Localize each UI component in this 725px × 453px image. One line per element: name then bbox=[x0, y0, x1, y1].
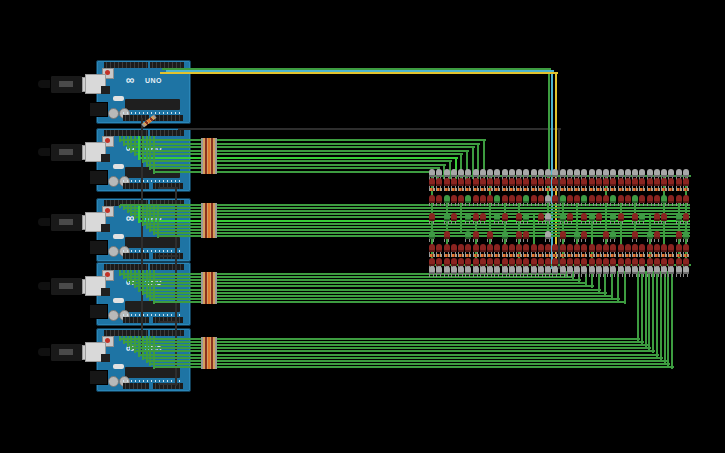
led-red[interactable] bbox=[560, 258, 566, 266]
led-red[interactable] bbox=[676, 231, 682, 239]
led-green[interactable] bbox=[683, 231, 689, 239]
resistor[interactable] bbox=[567, 254, 573, 257]
jumper-wire[interactable] bbox=[157, 206, 159, 238]
resistor[interactable] bbox=[560, 254, 566, 257]
led-red[interactable] bbox=[436, 244, 442, 252]
led-gray[interactable] bbox=[661, 266, 667, 274]
resistor[interactable] bbox=[618, 254, 624, 257]
resistor[interactable] bbox=[523, 254, 529, 257]
resistor[interactable] bbox=[451, 254, 457, 257]
led-green[interactable] bbox=[523, 195, 529, 203]
led-red[interactable] bbox=[647, 258, 653, 266]
jumper-wire[interactable] bbox=[147, 360, 667, 362]
power-pin-header[interactable] bbox=[123, 317, 149, 323]
jumper-wire[interactable] bbox=[142, 136, 144, 163]
jumper-wire[interactable] bbox=[153, 206, 155, 235]
resistor[interactable] bbox=[487, 188, 493, 191]
led-gray[interactable] bbox=[683, 266, 689, 274]
jumper-wire[interactable] bbox=[656, 271, 658, 357]
led-gray[interactable] bbox=[603, 169, 609, 177]
hookup-wire[interactable] bbox=[178, 128, 561, 130]
led-gray[interactable] bbox=[567, 266, 573, 274]
jumper-wire[interactable] bbox=[128, 279, 581, 281]
jumper-wire[interactable] bbox=[131, 282, 587, 284]
led-gray[interactable] bbox=[654, 266, 660, 274]
resistor[interactable] bbox=[581, 188, 587, 191]
led-red[interactable] bbox=[494, 258, 500, 266]
led-red[interactable] bbox=[618, 213, 624, 221]
led-red[interactable] bbox=[545, 258, 551, 266]
led-red[interactable] bbox=[676, 178, 682, 186]
led-gray[interactable] bbox=[639, 169, 645, 177]
led-red[interactable] bbox=[451, 258, 457, 266]
led-red[interactable] bbox=[625, 195, 631, 203]
led-red[interactable] bbox=[661, 213, 667, 221]
jumper-wire[interactable] bbox=[150, 363, 670, 365]
led-gray[interactable] bbox=[668, 266, 674, 274]
led-green[interactable] bbox=[676, 213, 682, 221]
led-red[interactable] bbox=[581, 231, 587, 239]
led-green[interactable] bbox=[647, 231, 653, 239]
led-gray[interactable] bbox=[465, 169, 471, 177]
led-red[interactable] bbox=[654, 195, 660, 203]
led-red[interactable] bbox=[596, 213, 602, 221]
led-red[interactable] bbox=[509, 178, 515, 186]
led-red[interactable] bbox=[480, 195, 486, 203]
led-green[interactable] bbox=[429, 231, 435, 239]
hookup-wire[interactable] bbox=[158, 255, 178, 257]
led-gray[interactable] bbox=[480, 266, 486, 274]
resistor[interactable] bbox=[632, 188, 638, 191]
led-red[interactable] bbox=[632, 258, 638, 266]
led-gray[interactable] bbox=[574, 266, 580, 274]
led-red[interactable] bbox=[683, 258, 689, 266]
led-red[interactable] bbox=[610, 178, 616, 186]
jumper-wire[interactable] bbox=[641, 271, 643, 344]
jumper-wire[interactable] bbox=[124, 143, 481, 145]
led-red[interactable] bbox=[458, 258, 464, 266]
led-red[interactable] bbox=[668, 195, 674, 203]
led-gray[interactable] bbox=[545, 231, 551, 239]
led-red[interactable] bbox=[676, 195, 682, 203]
led-red[interactable] bbox=[516, 244, 522, 252]
led-gray[interactable] bbox=[545, 266, 551, 274]
led-red[interactable] bbox=[465, 178, 471, 186]
resistor[interactable] bbox=[201, 300, 217, 304]
resistor[interactable] bbox=[473, 188, 479, 191]
resistor[interactable] bbox=[201, 234, 217, 238]
led-red[interactable] bbox=[560, 244, 566, 252]
led-red[interactable] bbox=[473, 258, 479, 266]
led-red[interactable] bbox=[487, 195, 493, 203]
led-red[interactable] bbox=[516, 178, 522, 186]
resistor[interactable] bbox=[458, 254, 464, 257]
led-gray[interactable] bbox=[487, 266, 493, 274]
led-gray[interactable] bbox=[502, 169, 508, 177]
resistor[interactable] bbox=[589, 254, 595, 257]
jumper-wire[interactable] bbox=[153, 136, 155, 174]
jumper-wire[interactable] bbox=[664, 271, 666, 363]
resistor[interactable] bbox=[661, 254, 667, 257]
led-red[interactable] bbox=[429, 178, 435, 186]
jumper-wire[interactable] bbox=[128, 146, 475, 148]
resistor[interactable] bbox=[625, 188, 631, 191]
led-green[interactable] bbox=[632, 195, 638, 203]
led-gray[interactable] bbox=[538, 169, 544, 177]
resistor[interactable] bbox=[538, 188, 544, 191]
resistor[interactable] bbox=[647, 188, 653, 191]
led-red[interactable] bbox=[560, 178, 566, 186]
resistor[interactable] bbox=[494, 254, 500, 257]
led-red[interactable] bbox=[560, 231, 566, 239]
jumper-wire[interactable] bbox=[139, 157, 458, 159]
resistor[interactable] bbox=[603, 254, 609, 257]
led-red[interactable] bbox=[639, 258, 645, 266]
led-red[interactable] bbox=[676, 258, 682, 266]
jumper-wire[interactable] bbox=[139, 354, 659, 356]
led-red[interactable] bbox=[538, 213, 544, 221]
resistor[interactable] bbox=[509, 254, 515, 257]
led-gray[interactable] bbox=[596, 266, 602, 274]
led-red[interactable] bbox=[654, 244, 660, 252]
jumper-wire[interactable] bbox=[660, 271, 662, 360]
led-red[interactable] bbox=[610, 244, 616, 252]
led-gray[interactable] bbox=[668, 169, 674, 177]
resistor[interactable] bbox=[683, 254, 689, 257]
led-red[interactable] bbox=[625, 244, 631, 252]
